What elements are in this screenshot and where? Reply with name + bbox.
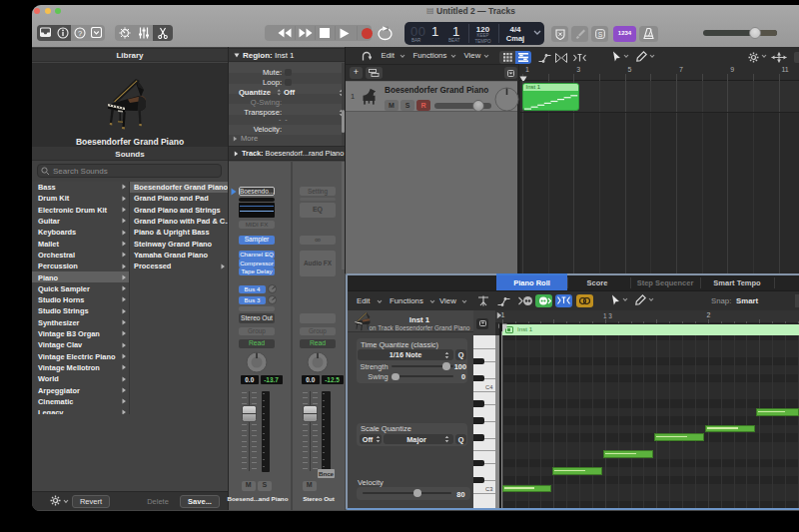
svg-text:S: S [597,30,602,37]
svg-text:?: ? [78,28,82,37]
